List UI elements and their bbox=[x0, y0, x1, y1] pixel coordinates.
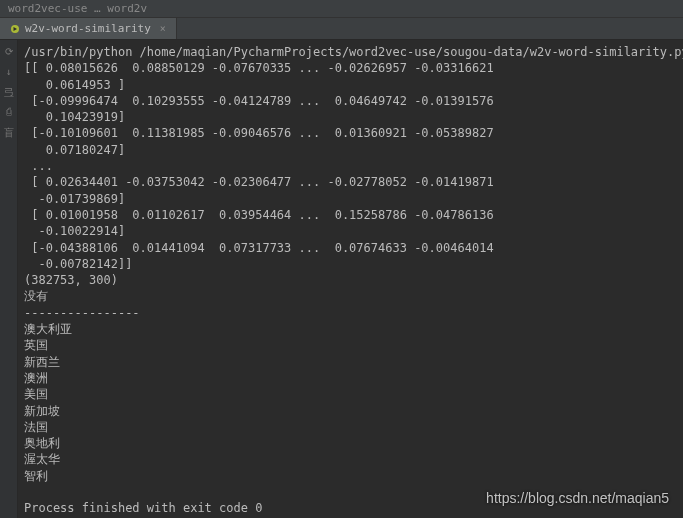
console-line: -0.01739869] bbox=[24, 192, 125, 206]
console-line: [ 0.02634401 -0.03753042 -0.02306477 ...… bbox=[24, 175, 494, 189]
console-line: 0.10423919] bbox=[24, 110, 125, 124]
run-gutter: ⟳ ↓ 弖 ⎙ 盲 bbox=[0, 40, 18, 518]
console-line: 美国 bbox=[24, 387, 48, 401]
console-line: 智利 bbox=[24, 469, 48, 483]
run-panel: ⟳ ↓ 弖 ⎙ 盲 /usr/bin/python /home/maqian/P… bbox=[0, 40, 683, 518]
console-line: 渥太华 bbox=[24, 452, 60, 466]
console-line: 新加坡 bbox=[24, 404, 60, 418]
run-tab-bar: w2v-word-similarity × bbox=[0, 18, 683, 40]
watermark-text: https://blog.csdn.net/maqian5 bbox=[486, 490, 669, 506]
console-line: -0.00782142]] bbox=[24, 257, 132, 271]
console-line: -0.10022914] bbox=[24, 224, 125, 238]
console-line: [ 0.01001958 0.01102617 0.03954464 ... 0… bbox=[24, 208, 494, 222]
console-line: 澳洲 bbox=[24, 371, 48, 385]
trash-icon[interactable]: 盲 bbox=[3, 126, 15, 138]
console-line: [[ 0.08015626 0.08850129 -0.07670335 ...… bbox=[24, 61, 494, 75]
console-line: 奥地利 bbox=[24, 436, 60, 450]
python-run-icon bbox=[10, 24, 20, 34]
console-line: 0.07180247] bbox=[24, 143, 125, 157]
rerun-icon[interactable]: ⟳ bbox=[3, 46, 15, 58]
breadcrumb-bar: word2vec-use … word2v bbox=[0, 0, 683, 18]
console-line: 澳大利亚 bbox=[24, 322, 72, 336]
console-line: 新西兰 bbox=[24, 355, 60, 369]
run-tab-label: w2v-word-similarity bbox=[25, 22, 151, 35]
console-line: [-0.04388106 0.01441094 0.07317733 ... 0… bbox=[24, 241, 494, 255]
down-icon[interactable]: ↓ bbox=[3, 66, 15, 78]
console-line: 英国 bbox=[24, 338, 48, 352]
breadcrumb-text: word2vec-use … word2v bbox=[8, 2, 147, 15]
print-icon[interactable]: ⎙ bbox=[3, 106, 15, 118]
close-icon[interactable]: × bbox=[160, 23, 166, 34]
console-line: [-0.09996474 0.10293555 -0.04124789 ... … bbox=[24, 94, 494, 108]
console-line: ---------------- bbox=[24, 306, 140, 320]
console-line: 0.0614953 ] bbox=[24, 78, 125, 92]
run-tab-active[interactable]: w2v-word-similarity × bbox=[0, 18, 177, 39]
console-line: 没有 bbox=[24, 289, 48, 303]
console-line: /usr/bin/python /home/maqian/PycharmProj… bbox=[24, 45, 683, 59]
console-line: [-0.10109601 0.11381985 -0.09046576 ... … bbox=[24, 126, 494, 140]
wrap-icon[interactable]: 弖 bbox=[3, 86, 15, 98]
console-output[interactable]: /usr/bin/python /home/maqian/PycharmProj… bbox=[18, 40, 683, 518]
console-line: 法国 bbox=[24, 420, 48, 434]
console-line: Process finished with exit code 0 bbox=[24, 501, 262, 515]
console-line: ... bbox=[24, 159, 53, 173]
console-line: (382753, 300) bbox=[24, 273, 118, 287]
